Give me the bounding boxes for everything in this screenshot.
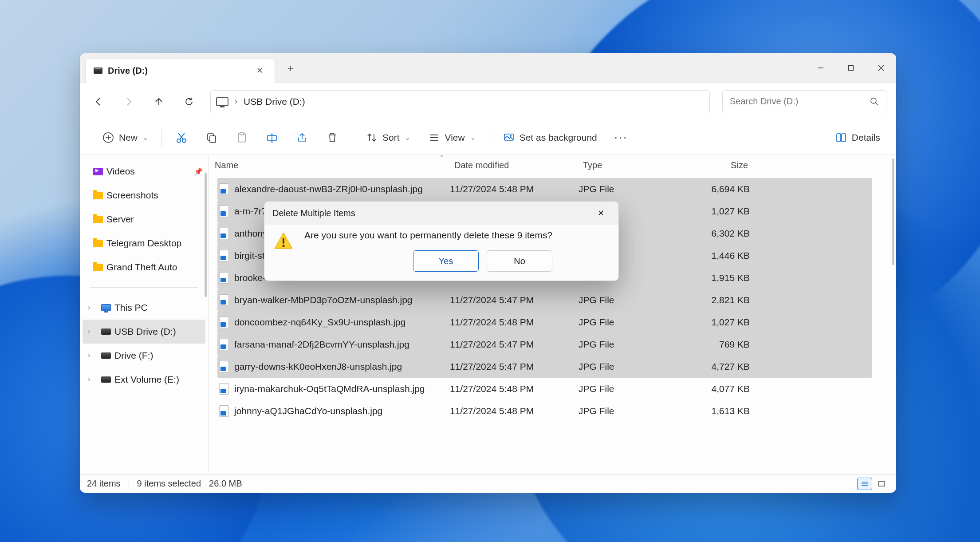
file-size: 4,077 KB <box>683 384 754 394</box>
details-icon <box>835 131 847 144</box>
file-row[interactable]: bryan-walker-MbPD3p7oOzM-unsplash.jpg11/… <box>217 289 872 311</box>
status-bar: 24 items 9 items selected 26.0 MB <box>80 474 896 493</box>
expand-icon[interactable]: › <box>88 304 96 312</box>
expand-icon[interactable]: › <box>88 328 96 336</box>
column-date[interactable]: Date modified <box>448 160 577 170</box>
back-button[interactable] <box>90 93 107 111</box>
titlebar: Drive (D:) ✕ ＋ <box>80 53 896 83</box>
file-type: JPG File <box>577 361 683 372</box>
sidebar-item-ext-volume-e-[interactable]: ›Ext Volume (E:) <box>80 368 208 392</box>
sidebar-item-label: Ext Volume (E:) <box>114 374 179 385</box>
dialog-titlebar: Delete Multiple Items ✕ <box>264 202 618 225</box>
tab-current[interactable]: Drive (D:) ✕ <box>85 58 275 83</box>
sidebar-item-telegram-desktop[interactable]: Telegram Desktop <box>80 231 208 255</box>
file-row[interactable]: doncoombez-nq64Ky_Sx9U-unsplash.jpg11/27… <box>217 311 872 333</box>
file-row[interactable]: iryna-makarchuk-Oq5tTaQMdRA-unsplash.jpg… <box>217 378 872 400</box>
sidebar-scrollbar[interactable] <box>205 173 207 297</box>
column-type[interactable]: Type <box>577 160 683 170</box>
file-name: bryan-walker-MbPD3p7oOzM-unsplash.jpg <box>234 295 413 305</box>
file-size: 1,027 KB <box>683 206 754 217</box>
file-name: johnny-aQ1JGhaCdYo-unsplash.jpg <box>234 406 382 416</box>
file-icon <box>219 228 229 239</box>
expand-icon[interactable]: › <box>88 376 96 384</box>
file-row[interactable]: farsana-manaf-2Dfj2BcvmYY-unsplash.jpg11… <box>217 333 872 356</box>
svg-rect-14 <box>210 136 216 142</box>
new-button[interactable]: New ⌄ <box>99 128 151 147</box>
dialog-close-button[interactable]: ✕ <box>591 205 610 221</box>
file-name: farsana-manaf-2Dfj2BcvmYY-unsplash.jpg <box>234 339 409 350</box>
file-type: JPG File <box>577 339 683 350</box>
pc-icon <box>101 304 111 311</box>
close-button[interactable] <box>866 58 896 78</box>
file-date: 11/27/2024 5:48 PM <box>448 184 577 194</box>
file-size: 769 KB <box>683 339 754 350</box>
cut-button[interactable] <box>173 128 190 147</box>
tab-close-button[interactable]: ✕ <box>251 62 268 79</box>
no-button[interactable]: No <box>487 250 552 272</box>
forward-button[interactable] <box>120 93 138 111</box>
search-input[interactable] <box>730 96 866 107</box>
address-text: USB Drive (D:) <box>244 96 305 107</box>
details-label: Details <box>852 132 880 143</box>
chevron-down-icon: ⌄ <box>143 134 148 141</box>
sidebar-item-grand-theft-auto[interactable]: Grand Theft Auto <box>80 255 208 279</box>
sidebar-item-videos[interactable]: Videos📌 <box>80 159 208 183</box>
svg-point-4 <box>871 98 876 103</box>
svg-point-33 <box>283 245 285 247</box>
file-row[interactable]: garry-downs-kK0eoHxenJ8-unsplash.jpg11/2… <box>217 356 872 378</box>
view-button[interactable]: View ⌄ <box>425 128 478 147</box>
sidebar-item-label: Grand Theft Auto <box>106 262 177 273</box>
refresh-button[interactable] <box>180 93 198 111</box>
column-name[interactable]: Name⌃ <box>209 160 448 170</box>
search-box[interactable] <box>722 90 886 113</box>
more-button[interactable]: ··· <box>612 128 630 147</box>
sidebar-item-label: USB Drive (D:) <box>114 326 176 337</box>
sidebar-item-this-pc[interactable]: ›This PC <box>80 296 208 320</box>
new-tab-button[interactable]: ＋ <box>281 59 300 77</box>
folder-icon <box>93 264 103 271</box>
file-icon <box>219 383 229 395</box>
sidebar-item-server[interactable]: Server <box>80 207 208 231</box>
file-type: JPG File <box>577 406 683 416</box>
rename-button[interactable] <box>263 128 281 147</box>
address-input[interactable]: › USB Drive (D:) <box>210 90 710 113</box>
details-button[interactable]: Details <box>832 128 883 147</box>
search-icon[interactable] <box>870 97 879 106</box>
folder-icon <box>93 192 103 199</box>
set-background-button[interactable]: Set as background <box>500 128 600 147</box>
view-details-button[interactable] <box>857 478 872 490</box>
file-name: alexandre-daoust-nwB3-ZRj0H0-unsplash.jp… <box>234 184 423 194</box>
separator <box>129 479 129 489</box>
file-icon <box>219 339 229 350</box>
sidebar-item-drive-f-[interactable]: ›Drive (F:) <box>80 344 208 368</box>
file-size: 1,613 KB <box>683 406 754 416</box>
chevron-right-icon[interactable]: › <box>235 97 237 106</box>
sidebar-item-usb-drive-d-[interactable]: ›USB Drive (D:) <box>83 320 205 344</box>
folder-icon <box>93 216 103 223</box>
paste-button[interactable] <box>233 128 251 147</box>
file-row[interactable]: johnny-aQ1JGhaCdYo-unsplash.jpg11/27/202… <box>217 400 872 422</box>
main-scrollbar[interactable] <box>892 176 894 265</box>
plus-circle-icon <box>102 131 114 144</box>
share-button[interactable] <box>293 128 311 147</box>
sidebar-item-screenshots[interactable]: Screenshots <box>80 183 208 207</box>
up-button[interactable] <box>150 93 168 111</box>
column-size[interactable]: Size <box>683 160 754 170</box>
svg-rect-26 <box>837 134 841 142</box>
share-icon <box>296 131 308 144</box>
minimize-button[interactable] <box>806 58 836 78</box>
sort-button[interactable]: Sort ⌄ <box>363 128 413 147</box>
file-row[interactable]: alexandre-daoust-nwB3-ZRj0H0-unsplash.jp… <box>217 178 872 200</box>
delete-button[interactable] <box>323 128 341 147</box>
maximize-button[interactable] <box>836 58 866 78</box>
copy-icon <box>205 131 218 144</box>
yes-button[interactable]: Yes <box>413 250 479 272</box>
file-size: 2,821 KB <box>683 295 754 305</box>
delete-confirm-dialog: Delete Multiple Items ✕ Are you sure you… <box>264 201 619 281</box>
chevron-down-icon: ⌄ <box>405 134 410 141</box>
expand-icon[interactable]: › <box>88 352 96 360</box>
sidebar-item-label: Videos <box>106 166 135 177</box>
svg-point-25 <box>510 135 512 137</box>
view-thumbnails-button[interactable] <box>874 478 889 490</box>
copy-button[interactable] <box>203 128 220 147</box>
